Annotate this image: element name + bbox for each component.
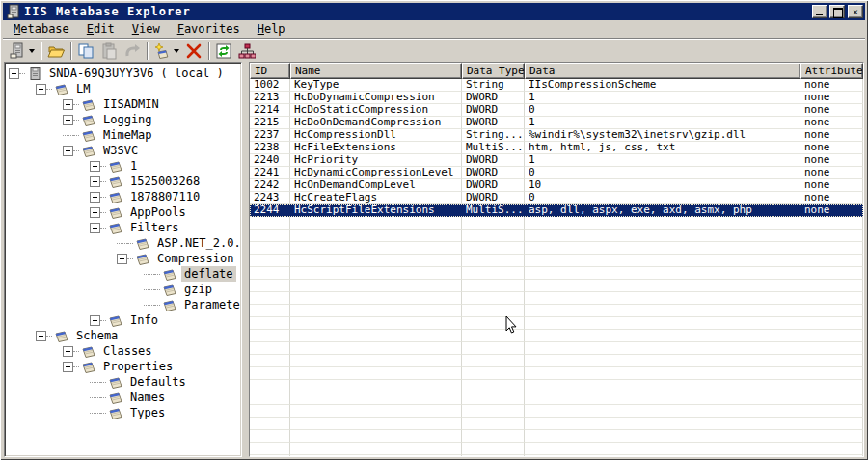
cell-data <box>525 292 800 305</box>
key-icon <box>160 298 181 312</box>
dropdown-arrow-icon[interactable] <box>29 49 35 53</box>
tree-item-names[interactable]: Names <box>5 390 241 405</box>
cell-id <box>250 342 290 355</box>
main-area: SNDA-69Q3UYY3V6 ( local )LMIISADMINLoggi… <box>4 62 864 457</box>
column-header-data-type[interactable]: Data Type <box>462 63 525 79</box>
cell-data: 10 <box>525 179 800 192</box>
cell-data-type <box>462 342 525 355</box>
menu-favorites[interactable]: Favorites <box>169 20 249 38</box>
cell-data-type: MultiS... <box>462 142 525 154</box>
toolbar-separator <box>208 42 209 60</box>
cell-data: %windir%\system32\inetsrv\gzip.dll <box>525 129 800 142</box>
column-header-attributes[interactable]: Attributes <box>800 63 863 79</box>
cell-data: IIsCompressionScheme <box>525 79 800 92</box>
empty-row <box>250 317 863 330</box>
cell-id <box>250 380 290 392</box>
cell-attributes <box>800 367 863 380</box>
key-icon <box>79 344 100 359</box>
table-row-2243[interactable]: 2243HcCreateFlagsDWORD0none <box>250 192 863 204</box>
empty-row <box>250 242 863 255</box>
key-icon <box>79 144 100 158</box>
dropdown-arrow-icon[interactable] <box>174 49 179 53</box>
cell-attributes <box>800 255 863 267</box>
title-bar[interactable]: IIS Metabase Explorer <box>3 3 865 20</box>
column-header-name[interactable]: Name <box>290 63 462 79</box>
tree-item-snda-69q3uyy3v6-local[interactable]: SNDA-69Q3UYY3V6 ( local ) <box>5 66 241 81</box>
expander-minus-icon[interactable] <box>9 68 19 79</box>
key-icon <box>79 113 100 127</box>
menu-metabase[interactable]: Metabase <box>5 20 78 38</box>
cell-data-type <box>462 380 525 392</box>
cell-data-type <box>462 280 525 292</box>
key-icon <box>79 360 100 374</box>
tree-view-button[interactable] <box>235 41 258 62</box>
tree-item-properties[interactable]: Properties <box>5 359 241 374</box>
server-connect-button[interactable] <box>6 41 38 62</box>
menu-edit[interactable]: Edit <box>78 20 123 38</box>
close-button[interactable] <box>848 5 863 18</box>
tree-connector <box>149 266 149 305</box>
table-row-2240[interactable]: 2240HcPriorityDWORD1none <box>250 154 863 167</box>
cell-id <box>250 230 290 242</box>
menu-help[interactable]: Help <box>249 20 294 38</box>
table-row-2241[interactable]: 2241HcDynamicCompressionLevelDWORD0none <box>250 167 863 179</box>
table-row-2214[interactable]: 2214HcDoStaticCompressionDWORD0none <box>250 104 863 117</box>
refresh-button[interactable] <box>212 41 235 62</box>
column-header-data[interactable]: Data <box>525 63 800 79</box>
cell-name <box>290 367 462 380</box>
cell-attributes <box>800 317 863 330</box>
empty-row <box>250 418 863 430</box>
tree-item-classes[interactable]: Classes <box>5 343 241 359</box>
server-connect-icon <box>9 42 26 60</box>
key-icon <box>106 190 127 204</box>
tree-item-types[interactable]: Types <box>5 405 241 420</box>
new-key-button[interactable] <box>150 41 182 62</box>
table-row-2237[interactable]: 2237HcCompressionDllString...%windir%\sy… <box>250 129 863 142</box>
cell-name <box>290 255 462 267</box>
cell-data: 1 <box>525 117 800 129</box>
table-row-1002[interactable]: 1002KeyTypeStringIIsCompressionSchemenon… <box>250 79 863 92</box>
tree-item-label: Schema <box>73 328 121 343</box>
cell-attributes <box>800 280 863 292</box>
table-row-2213[interactable]: 2213HcDoDynamicCompressionDWORD1none <box>250 92 863 104</box>
cell-id <box>250 267 290 280</box>
cell-name <box>290 280 462 292</box>
menu-view[interactable]: View <box>123 20 169 38</box>
cell-data <box>525 380 800 392</box>
delete-button[interactable] <box>182 41 205 62</box>
table-row-2215[interactable]: 2215HcDoOnDemandCompressionDWORD1none <box>250 117 863 129</box>
cell-id: 2238 <box>250 142 290 154</box>
table-row-2244[interactable]: 2244HcScriptFileExtensionsMultiS...asp, … <box>250 204 863 217</box>
column-header-id[interactable]: ID <box>250 63 290 79</box>
key-icon <box>52 329 73 343</box>
empty-row <box>250 455 863 456</box>
tree-item-defaults[interactable]: Defaults <box>5 374 241 390</box>
minimize-button[interactable] <box>812 5 827 18</box>
tree-item-label: AppPools <box>127 204 189 220</box>
table-row-2242[interactable]: 2242HcOnDemandCompLevelDWORD10none <box>250 179 863 192</box>
cell-id: 2244 <box>250 204 290 217</box>
computer-icon <box>25 67 46 81</box>
table-row-2238[interactable]: 2238HcFileExtensionsMultiS...htm, html, … <box>250 142 863 154</box>
properties-list: IDNameData TypeDataAttributes 1002KeyTyp… <box>249 62 864 457</box>
cell-data-type <box>462 443 525 455</box>
cell-data-type <box>462 267 525 280</box>
panel-splitter[interactable] <box>242 62 249 457</box>
cell-data-type <box>462 292 525 305</box>
cell-data-type <box>462 230 525 242</box>
cell-attributes: none <box>800 92 863 104</box>
cell-data <box>525 267 800 280</box>
cell-id: 1002 <box>250 79 290 92</box>
cell-id <box>250 255 290 267</box>
cell-data <box>525 255 800 267</box>
open-button[interactable] <box>44 41 68 62</box>
cell-attributes <box>800 342 863 355</box>
copy-button[interactable] <box>74 41 97 62</box>
metabase-tree: SNDA-69Q3UYY3V6 ( local )LMIISADMINLoggi… <box>4 62 242 457</box>
maximize-button[interactable] <box>829 5 845 18</box>
cell-name: HcCompressionDll <box>290 129 462 142</box>
cell-name <box>290 217 462 230</box>
cell-data-type <box>462 217 525 230</box>
empty-row <box>250 355 863 367</box>
cell-name: HcPriority <box>290 154 462 167</box>
